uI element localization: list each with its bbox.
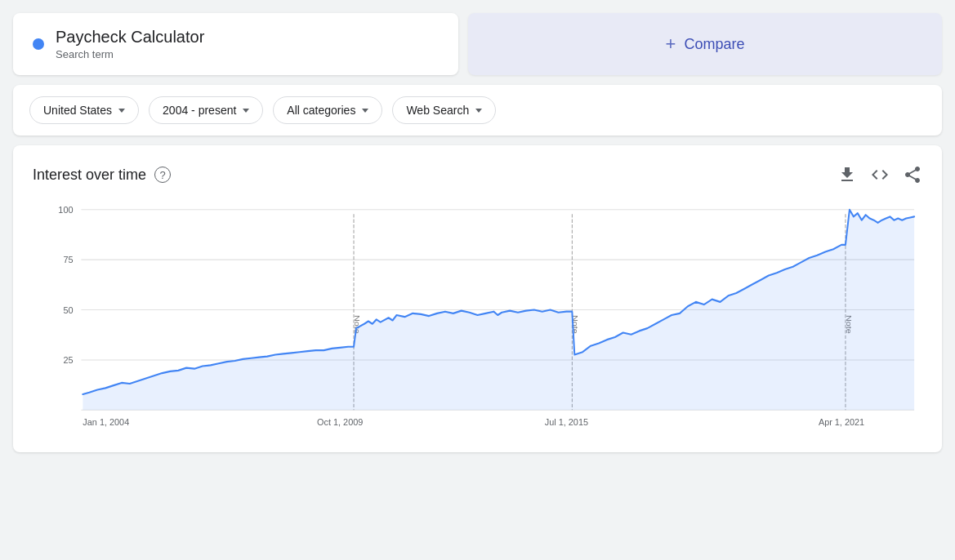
svg-text:Jul 1, 2015: Jul 1, 2015 (545, 416, 588, 426)
share-icon[interactable] (903, 165, 922, 184)
search-type-filter-label: Web Search (406, 104, 469, 117)
embed-code-icon[interactable] (870, 165, 890, 184)
svg-text:75: 75 (63, 255, 73, 264)
svg-text:Apr 1, 2021: Apr 1, 2021 (819, 416, 864, 426)
compare-card[interactable]: + Compare (468, 13, 942, 75)
chart-title: Interest over time (33, 167, 146, 184)
search-term-dot (33, 38, 44, 50)
search-type-filter-chevron-icon (475, 109, 482, 113)
filter-row: United States 2004 - present All categor… (13, 85, 942, 136)
chart-header: Interest over time ? (33, 165, 922, 184)
search-term-card: Paycheck Calculator Search term (13, 13, 458, 75)
plus-icon: + (666, 33, 676, 55)
svg-text:50: 50 (63, 304, 73, 314)
interest-over-time-chart: 100 75 50 25 Note Note Note (33, 201, 922, 429)
svg-text:25: 25 (63, 355, 73, 365)
time-filter-chevron-icon (243, 109, 249, 113)
chart-actions (837, 165, 922, 184)
search-type-filter[interactable]: Web Search (392, 96, 496, 124)
chart-container: 100 75 50 25 Note Note Note (33, 201, 922, 433)
category-filter[interactable]: All categories (273, 96, 382, 124)
download-icon[interactable] (837, 165, 857, 184)
compare-label: Compare (684, 36, 744, 53)
time-filter-label: 2004 - present (163, 104, 236, 117)
category-filter-label: All categories (287, 104, 355, 117)
svg-text:Oct 1, 2009: Oct 1, 2009 (317, 416, 363, 426)
chart-card: Interest over time ? (13, 145, 942, 452)
category-filter-chevron-icon (362, 109, 368, 113)
chart-title-area: Interest over time ? (33, 167, 171, 184)
time-filter[interactable]: 2004 - present (149, 96, 263, 124)
region-filter-label: United States (43, 104, 112, 117)
region-filter[interactable]: United States (29, 96, 139, 124)
svg-text:Jan 1, 2004: Jan 1, 2004 (83, 416, 129, 426)
help-icon[interactable]: ? (154, 167, 171, 183)
region-filter-chevron-icon (118, 109, 125, 113)
search-compare-row: Paycheck Calculator Search term + Compar… (13, 13, 942, 75)
search-term-text: Paycheck Calculator Search term (56, 28, 204, 60)
search-term-type: Search term (56, 48, 204, 60)
search-term-label: Paycheck Calculator (56, 28, 204, 47)
svg-text:100: 100 (58, 205, 73, 215)
